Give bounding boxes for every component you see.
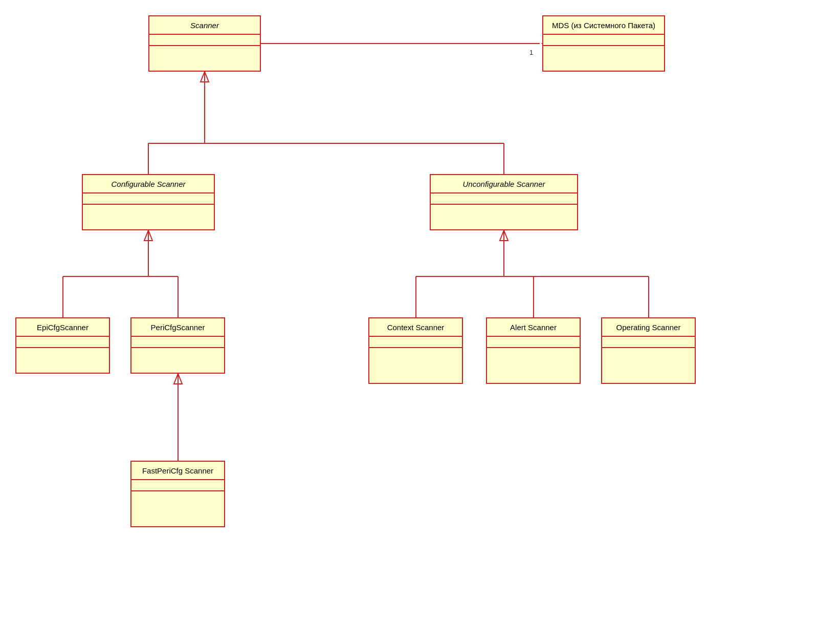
class-pericfg-scanner-section1 xyxy=(131,337,224,348)
svg-marker-19 xyxy=(500,230,508,241)
class-configurable-scanner: Configurable Scanner xyxy=(82,174,215,230)
class-pericfg-scanner-name: PeriCfgScanner xyxy=(131,318,224,337)
connections-svg xyxy=(0,0,840,625)
class-configurable-scanner-section2 xyxy=(83,205,214,216)
class-operating-scanner-section1 xyxy=(602,337,695,348)
class-alert-scanner-section2 xyxy=(487,348,580,359)
svg-marker-11 xyxy=(144,230,152,241)
class-operating-scanner-name: Operating Scanner xyxy=(602,318,695,337)
class-scanner: Scanner xyxy=(148,15,261,72)
class-operating-scanner-section2 xyxy=(602,348,695,359)
class-context-scanner-name: Context Scanner xyxy=(369,318,462,337)
class-context-scanner: Context Scanner xyxy=(368,317,463,384)
class-mds-section2 xyxy=(543,46,664,57)
class-mds-section1 xyxy=(543,35,664,46)
class-unconfigurable-scanner-name: Unconfigurable Scanner xyxy=(431,175,577,193)
class-fastpericfg-scanner-section2 xyxy=(131,491,224,503)
class-scanner-name: Scanner xyxy=(149,16,260,35)
class-pericfg-scanner: PeriCfgScanner xyxy=(130,317,225,374)
multiplicity-one: 1 xyxy=(529,49,533,56)
class-epicfg-scanner-section1 xyxy=(16,337,109,348)
class-unconfigurable-scanner: Unconfigurable Scanner xyxy=(430,174,578,230)
class-epicfg-scanner-name: EpiCfgScanner xyxy=(16,318,109,337)
class-pericfg-scanner-section2 xyxy=(131,348,224,359)
class-configurable-scanner-name: Configurable Scanner xyxy=(83,175,214,193)
class-configurable-scanner-section1 xyxy=(83,193,214,205)
class-mds: MDS (из Системного Пакета) xyxy=(542,15,665,72)
class-alert-scanner: Alert Scanner xyxy=(486,317,581,384)
class-operating-scanner: Operating Scanner xyxy=(601,317,696,384)
class-context-scanner-section2 xyxy=(369,348,462,359)
class-epicfg-scanner-section2 xyxy=(16,348,109,359)
class-mds-name: MDS (из Системного Пакета) xyxy=(543,16,664,35)
class-alert-scanner-name: Alert Scanner xyxy=(487,318,580,337)
class-fastpericfg-scanner-section1 xyxy=(131,480,224,491)
class-context-scanner-section1 xyxy=(369,337,462,348)
class-scanner-section2 xyxy=(149,46,260,57)
svg-marker-13 xyxy=(174,374,182,384)
class-fastpericfg-scanner: FastPeriCfg Scanner xyxy=(130,461,225,527)
class-scanner-section1 xyxy=(149,35,260,46)
class-alert-scanner-section1 xyxy=(487,337,580,348)
class-fastpericfg-scanner-name: FastPeriCfg Scanner xyxy=(131,462,224,480)
diagram-container: 0..n 1 Scanner MDS (из Системного Пакета… xyxy=(0,0,840,625)
class-unconfigurable-scanner-section2 xyxy=(431,205,577,216)
class-unconfigurable-scanner-section1 xyxy=(431,193,577,205)
svg-marker-6 xyxy=(201,72,209,82)
class-epicfg-scanner: EpiCfgScanner xyxy=(15,317,110,374)
